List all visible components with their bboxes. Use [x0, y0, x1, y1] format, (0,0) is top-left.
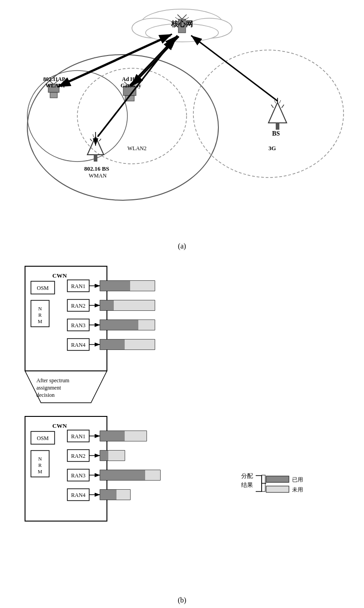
part-b-svg: CWN OSM N R M RAN1 RAN2 RAN3 RAN4	[0, 255, 364, 601]
ran3-unused-top	[138, 320, 155, 330]
svg-line-27	[282, 105, 284, 108]
nrm-label-bot-r: R	[38, 462, 42, 468]
ran2-unused-top	[114, 300, 155, 310]
legend-assign-label1: 分配	[241, 472, 253, 479]
wlan1-label: 802.11AP	[43, 76, 65, 82]
ran4-unused-top	[125, 339, 155, 350]
wlan2-label: WLAN2	[127, 145, 147, 152]
3g-bs-icon	[268, 98, 287, 130]
ran2-unused-bot	[108, 451, 125, 461]
ran1-label-bottom: RAN1	[71, 433, 85, 440]
3g-to-core-arrow	[191, 35, 278, 101]
legend-assign-label2: 结果	[241, 481, 253, 488]
legend-unused-bar	[266, 486, 289, 492]
legend-bracket	[256, 476, 266, 491]
ran2-label-bottom: RAN2	[71, 453, 85, 459]
decision-text-line1: After spectrum	[36, 377, 70, 384]
part-a-diagram: 核心网 802.11AP WLAN1 Ad Hoc Gateway	[0, 0, 364, 255]
svg-rect-23	[94, 155, 97, 162]
ran1-used-top	[100, 281, 130, 291]
3g-ellipse	[193, 50, 344, 177]
nrm-label-top-n: N	[38, 306, 42, 311]
svg-line-21	[93, 134, 94, 137]
caption-a: (a)	[0, 242, 364, 250]
ran4-used-top	[100, 339, 125, 350]
ran1-label-top: RAN1	[71, 283, 85, 289]
legend-used-label: 已用	[292, 476, 303, 483]
wman-bs-label: 802.16 BS	[84, 165, 109, 172]
ran2-used-bot	[100, 451, 108, 461]
ran1-unused-top	[130, 281, 155, 291]
nrm-label-bot-m: M	[38, 469, 42, 474]
svg-line-19	[90, 139, 92, 141]
svg-line-28	[274, 100, 276, 103]
cwn-label-top: CWN	[52, 272, 67, 279]
core-to-adhoc-arrow	[131, 36, 179, 86]
svg-rect-30	[276, 123, 279, 130]
ran4-label-bottom: RAN4	[71, 492, 85, 498]
ran3-used-top	[100, 320, 138, 330]
wman-label: WMAN	[89, 172, 107, 179]
nrm-label-top-m: M	[38, 319, 42, 324]
svg-marker-24	[268, 102, 287, 123]
ran1-used-bot	[100, 431, 125, 441]
osm-label-top: OSM	[37, 285, 49, 291]
nrm-label-top-r: R	[38, 312, 42, 318]
3g-label: 3G	[268, 145, 276, 152]
wman-bs-icon	[87, 132, 104, 162]
bs-to-core-arrow	[98, 37, 175, 137]
legend-unused-label: 未用	[292, 486, 303, 493]
bs-label: BS	[272, 130, 280, 137]
decision-text-line3: decision	[36, 392, 55, 398]
ran3-unused-bot	[145, 470, 160, 480]
ran1-unused-bot	[125, 431, 147, 441]
ran4-unused-bot	[116, 490, 130, 500]
ran3-label-bottom: RAN3	[71, 472, 85, 479]
svg-rect-10	[50, 92, 57, 98]
part-b-diagram: CWN OSM N R M RAN1 RAN2 RAN3 RAN4	[0, 255, 364, 608]
nrm-label-bot-n: N	[38, 456, 42, 461]
ran4-label-top: RAN4	[71, 342, 85, 348]
ran2-label-top: RAN2	[71, 303, 85, 309]
legend-used-bar	[266, 476, 289, 482]
cwn-label-bottom: CWN	[52, 422, 67, 429]
network-diagram-svg: 核心网 802.11AP WLAN1 Ad Hoc Gateway	[0, 0, 364, 246]
ran3-used-bot	[100, 470, 145, 480]
ran3-label-top: RAN3	[71, 322, 85, 329]
ran2-used-top	[100, 300, 114, 310]
svg-line-20	[99, 139, 101, 141]
core-network-label: 核心网	[171, 20, 193, 28]
svg-line-29	[279, 100, 281, 103]
caption-b: (b)	[0, 596, 364, 604]
osm-label-bottom: OSM	[37, 435, 49, 441]
ran4-used-bot	[100, 490, 116, 500]
svg-line-26	[271, 105, 273, 108]
decision-text-line2: assignment	[36, 385, 61, 391]
